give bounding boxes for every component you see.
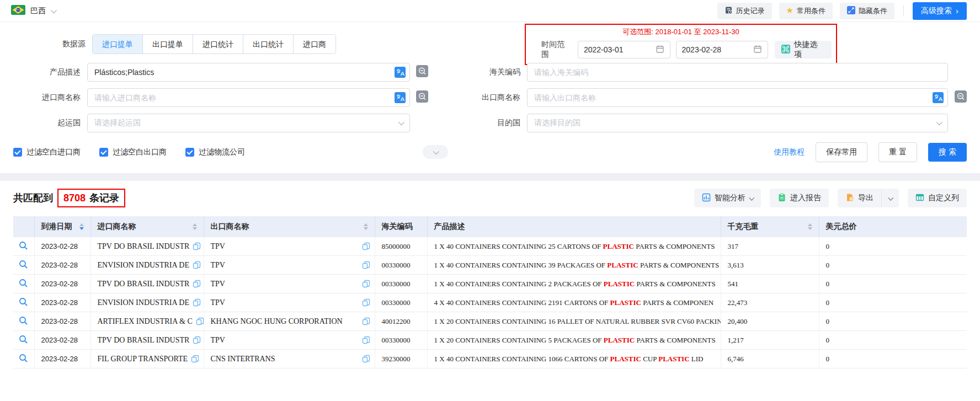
hide-conditions-button[interactable]: 隐藏条件 [840,3,894,19]
hs-code-input[interactable] [527,63,948,82]
checkbox-checked[interactable] [13,148,22,157]
table-body: 2023-02-28 TPV DO BRASIL INDUSTR TPV 850… [13,237,967,368]
search-button[interactable]: 搜 索 [928,143,967,162]
product-desc-input[interactable] [87,63,410,82]
country-selector[interactable]: 巴西 [11,5,55,17]
reset-button[interactable]: 重 置 [878,142,917,162]
tutorial-link[interactable]: 使用教程 [774,147,805,157]
row-detail-search-icon[interactable] [19,297,28,307]
exact-match-icon[interactable] [955,90,967,105]
history-button[interactable]: 历史记录 [717,3,772,19]
save-search-button[interactable]: 保存常用 [816,142,867,162]
copy-icon[interactable] [191,355,199,363]
copy-icon[interactable] [193,242,201,250]
custom-columns-button[interactable]: 自定义列 [908,189,967,207]
header-weight[interactable]: 千克毛重 [721,216,819,237]
cell-hs-code: 00330000 [375,331,427,350]
filter-logistics[interactable]: 过滤物流公司 [185,147,245,157]
row-detail-search-icon[interactable] [19,316,28,325]
copy-icon[interactable] [362,261,370,269]
cell-weight: 20,400 [721,312,819,331]
copy-icon[interactable] [362,280,370,288]
analysis-chart-icon [702,193,711,204]
end-date-input[interactable]: 2023-02-28 [676,41,769,58]
collapse-panel-button[interactable] [423,145,448,159]
tab-import-bol[interactable]: 进口提单 [93,35,142,54]
translate-icon[interactable] [933,92,944,103]
chevron-down-icon [749,195,754,200]
tab-importers[interactable]: 进口商 [293,35,335,54]
filter-blank-importer[interactable]: 过滤空白进口商 [13,147,81,157]
sort-icon[interactable] [808,223,812,230]
cell-hs-code: 00330000 [375,293,427,312]
exact-match-icon[interactable] [416,65,428,79]
calendar-icon [753,45,762,55]
filter-label: 过滤物流公司 [199,147,245,157]
checkbox-checked[interactable] [99,148,108,157]
filter-blank-exporter[interactable]: 过滤空白出口商 [99,147,167,157]
cell-arrival-date: 2023-02-28 [34,293,90,312]
tab-import-stats[interactable]: 进口统计 [193,35,243,54]
datasource-tabs: 进口提单 出口提单 进口统计 出口统计 进口商 [92,34,336,54]
tab-export-bol[interactable]: 出口提单 [142,35,193,54]
header-importer[interactable]: 进口商名称 [90,216,204,237]
row-detail-search-icon[interactable] [19,241,28,250]
copy-icon[interactable] [362,336,370,344]
copy-icon[interactable] [193,298,201,307]
smart-analysis-button[interactable]: 智能分析 [694,189,761,207]
cell-description: 1 X 40 CONTAINERS CONTAINING 2 PACKAGES … [427,275,721,293]
sort-icon[interactable] [193,223,197,230]
export-button[interactable]: 导出 [838,189,881,207]
brazil-flag-icon [11,5,25,17]
sort-icon[interactable] [364,223,368,230]
cell-hs-code: 40012200 [375,312,427,331]
tab-export-stats[interactable]: 出口统计 [243,35,293,54]
row-detail-search-icon[interactable] [19,354,28,363]
row-detail-search-icon[interactable] [19,335,28,344]
origin-country-select[interactable]: 请选择起运国 [87,114,410,132]
cell-weight: 317 [721,237,819,256]
calendar-icon [656,45,664,55]
copy-icon[interactable] [193,336,201,344]
translate-icon[interactable] [395,67,406,78]
enter-report-button[interactable]: 进入报告 [770,189,829,207]
table-row: 2023-02-28 ARTIFLEX INDUSTRIA & C KHANG … [13,312,967,331]
row-detail-search-icon[interactable] [19,260,28,269]
table-row: 2023-02-28 FIL GROUP TRANSPORTE CNS INTE… [13,350,967,368]
header-arrival-date[interactable]: 到港日期 [34,216,90,237]
count-suffix: 条记录 [89,191,119,205]
country-name: 巴西 [30,6,46,16]
copy-icon[interactable] [362,355,370,363]
copy-icon[interactable] [362,242,370,250]
copy-icon[interactable] [196,317,204,325]
export-options-button[interactable] [881,189,899,207]
row-detail-search-icon[interactable] [19,279,28,288]
translate-icon[interactable] [395,92,406,103]
available-range-text: 可选范围: 2018-01-01 至 2023-11-30 [530,27,832,37]
importer-input[interactable] [87,88,410,107]
origin-placeholder: 请选择起运国 [94,118,141,128]
dest-country-select[interactable]: 请选择目的国 [527,114,948,132]
hs-code-label: 海关编码 [434,67,527,77]
count-annotation-box: 8708 条记录 [57,189,125,207]
copy-icon[interactable] [193,280,201,288]
start-date-input[interactable]: 2022-03-01 [578,41,670,58]
copy-icon[interactable] [362,317,370,325]
sort-icon[interactable] [79,223,84,230]
export-label: 导出 [858,193,874,203]
quick-options-button[interactable]: 快捷选项 [775,41,832,58]
origin-country-label: 起运国 [0,118,81,128]
chevron-down-icon [51,7,57,13]
history-label: 历史记录 [736,6,765,16]
copy-icon[interactable] [362,298,370,307]
checkbox-checked[interactable] [185,148,194,157]
favorites-button[interactable]: ★ 常用条件 [779,3,833,19]
arrow-right-icon: › [956,7,958,15]
header-exporter[interactable]: 出口商名称 [204,216,375,237]
exporter-input[interactable] [527,88,948,107]
copy-icon[interactable] [193,261,201,269]
exact-match-icon[interactable] [416,90,428,105]
cell-description: 1 X 40 CONTAINERS CONTAINING 1066 CARTON… [427,350,721,368]
advanced-search-button[interactable]: 高级搜索 › [913,2,967,20]
cell-exporter: KHANG NGOC HUNG CORPORATION [211,317,343,326]
